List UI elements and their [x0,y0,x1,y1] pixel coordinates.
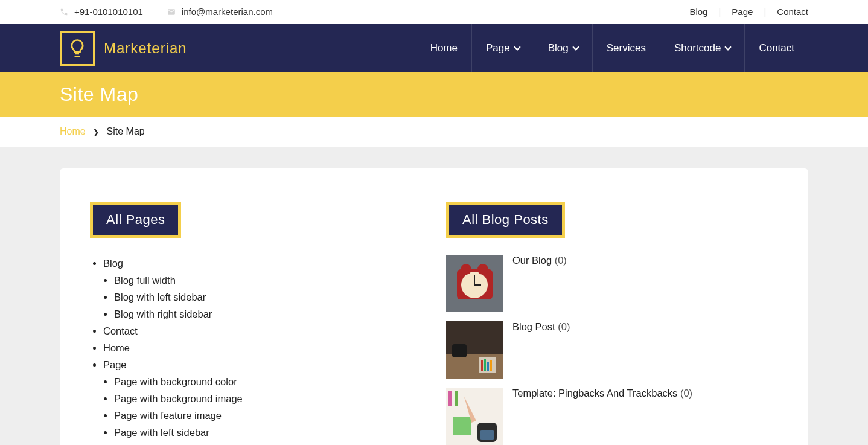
nav-menu: HomePageBlogServicesShortcodeContact [416,24,808,72]
blog-post-item: Template: Pingbacks And Trackbacks (0) [446,388,778,445]
top-bar: +91-0101010101 info@marketerian.com Blog… [0,0,868,24]
page-link[interactable]: Blog full width [114,275,176,286]
nav-label: Services [607,42,646,54]
email-address: info@marketerian.com [182,7,273,17]
page-item: PagePage with background colorPage with … [103,356,422,445]
post-count: (0) [555,255,567,266]
top-link-page[interactable]: Page [732,7,753,17]
pages-column: All Pages BlogBlog full widthBlog with l… [90,202,422,445]
breadcrumb-home[interactable]: Home [60,126,86,136]
section-title-pages: All Pages [90,202,181,238]
breadcrumb-current: Site Map [107,126,145,136]
page-item: Blog with left sidebar [114,289,422,306]
svg-rect-11 [481,360,483,371]
section-title-posts: All Blog Posts [446,202,565,238]
page-link[interactable]: Home [103,342,130,353]
phone-icon [60,8,68,16]
nav-item-services[interactable]: Services [592,24,660,72]
post-link[interactable]: Template: Pingbacks And Trackbacks [512,388,680,399]
logo-icon [60,31,95,66]
page-link[interactable]: Page with background color [114,376,237,387]
nav-label: Page [486,42,510,54]
email-icon [167,8,176,16]
nav-item-page[interactable]: Page [471,24,534,72]
blog-post-item: Our Blog (0) [446,255,778,312]
page-link[interactable]: Page with background image [114,393,243,404]
page-link[interactable]: Blog with left sidebar [114,292,206,303]
chevron-down-icon [725,43,732,50]
page-item: Blog with right sidebar [114,306,422,322]
posts-list: Our Blog (0)Blog Post (0)Template: Pingb… [446,255,778,445]
main-nav: Marketerian HomePageBlogServicesShortcod… [0,24,868,72]
post-count: (0) [680,388,692,399]
svg-rect-19 [448,391,452,406]
top-link-blog[interactable]: Blog [689,7,707,17]
divider: | [718,7,721,17]
pages-list: BlogBlog full widthBlog with left sideba… [90,255,422,445]
post-thumbnail[interactable] [446,255,503,312]
page-link[interactable]: Blog with right sidebar [114,309,212,319]
post-count: (0) [558,321,570,332]
post-title: Our Blog (0) [512,255,567,266]
page-link[interactable]: Page with left sidebar [114,427,209,438]
nav-item-blog[interactable]: Blog [534,24,592,72]
svg-rect-14 [490,360,492,371]
svg-rect-18 [480,430,494,440]
post-thumbnail[interactable] [446,388,503,445]
page-link[interactable]: Blog [103,258,123,269]
breadcrumb: Home ❯ Site Map [0,117,868,147]
nav-label: Blog [548,42,569,54]
svg-point-4 [477,264,488,275]
page-link[interactable]: Contact [103,325,138,336]
chevron-down-icon [572,43,579,50]
top-links: Blog | Page | Contact [689,7,808,17]
page-item: Page with right sidebar [114,441,422,445]
page-item: Page with background color [114,373,422,390]
page-item: Page with left sidebar [114,424,422,441]
nav-label: Home [430,42,458,54]
page-item: Page with background image [114,390,422,407]
post-title: Blog Post (0) [512,321,570,333]
page-item: Contact [103,322,422,339]
page-sublist: Blog full widthBlog with left sidebarBlo… [103,272,422,322]
posts-column: All Blog Posts Our Blog (0)Blog Post (0)… [446,202,778,445]
nav-item-shortcode[interactable]: Shortcode [660,24,745,72]
page-item: Page with feature image [114,407,422,424]
logo-text: Marketerian [104,40,187,57]
svg-rect-20 [455,391,458,406]
page-item: BlogBlog full widthBlog with left sideba… [103,255,422,322]
phone-number: +91-0101010101 [74,7,143,17]
post-link[interactable]: Our Blog [512,255,555,266]
page-item: Home [103,339,422,356]
post-link[interactable]: Blog Post [512,321,558,332]
page-title: Site Map [60,83,808,106]
chevron-right-icon: ❯ [93,128,99,136]
chevron-down-icon [514,43,520,50]
top-contact-info: +91-0101010101 info@marketerian.com [60,7,273,17]
svg-point-3 [461,264,471,275]
top-link-contact[interactable]: Contact [777,7,808,17]
svg-rect-16 [453,417,471,435]
page-link[interactable]: Page [103,359,127,370]
title-bar: Site Map [0,72,868,117]
page-item: Blog full width [114,272,422,289]
email-contact[interactable]: info@marketerian.com [167,7,273,17]
post-thumbnail[interactable] [446,321,503,379]
nav-item-contact[interactable]: Contact [744,24,808,72]
content-card: All Pages BlogBlog full widthBlog with l… [60,168,808,445]
page-link[interactable]: Page with feature image [114,410,222,421]
nav-item-home[interactable]: Home [416,24,471,72]
svg-rect-13 [487,362,489,371]
svg-rect-10 [452,344,467,357]
svg-rect-12 [484,359,486,371]
page-sublist: Page with background colorPage with back… [103,373,422,445]
phone-contact[interactable]: +91-0101010101 [60,7,143,17]
blog-post-item: Blog Post (0) [446,321,778,379]
divider: | [764,7,766,17]
nav-label: Contact [759,42,794,54]
logo[interactable]: Marketerian [60,31,187,66]
post-title: Template: Pingbacks And Trackbacks (0) [512,388,692,399]
nav-label: Shortcode [674,42,721,54]
